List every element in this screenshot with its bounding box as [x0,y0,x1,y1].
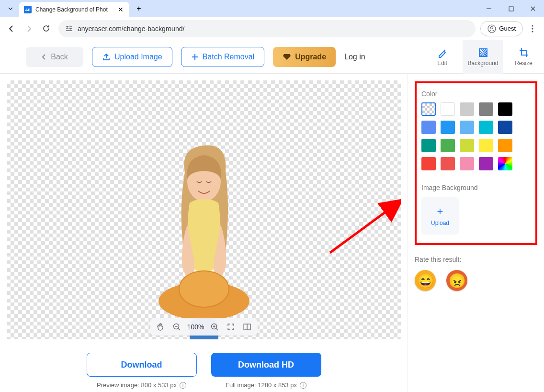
window-controls [478,0,544,17]
svg-point-2 [67,26,68,27]
sidebar: Color [408,74,544,392]
app-toolbar: Back Upload Image Batch Removal Upgrade … [0,40,544,74]
back-nav-button[interactable] [4,21,19,36]
upload-bg-label: Upload [431,220,449,226]
profile-chip[interactable]: Guest [480,21,523,36]
rate-angry-button[interactable]: 😠 [446,270,467,291]
browser-toolbar: anyeraser.com/change-background/ Guest [0,17,544,40]
svg-point-7 [532,28,533,29]
rate-happy-button[interactable]: 😄 [415,270,436,291]
address-bar[interactable]: anyeraser.com/change-background/ [58,20,476,37]
minimize-button[interactable] [478,0,500,17]
new-tab-button[interactable]: + [132,2,146,15]
swatch-blue2[interactable] [441,121,455,134]
svg-point-6 [532,25,533,26]
svg-point-3 [70,28,71,29]
svg-point-8 [532,31,533,32]
swatch-blue[interactable] [421,121,436,134]
batch-label: Batch Removal [203,53,255,61]
color-swatches [421,102,531,170]
forward-nav-button[interactable] [21,21,36,36]
tab-close-button[interactable]: ✕ [117,6,125,13]
upload-image-button[interactable]: Upload Image [92,47,172,67]
upload-label: Upload Image [114,53,162,61]
svg-line-16 [178,328,180,330]
mode-tab-edit[interactable]: Edit [422,40,463,74]
mode-tab-resize[interactable]: Resize [503,40,544,74]
resize-label: Resize [515,60,533,67]
svg-line-14 [330,200,401,253]
mode-tabs: Edit Background Resize [422,40,544,74]
back-button[interactable]: Back [26,47,83,67]
color-title: Color [421,90,531,98]
svg-point-5 [491,26,493,29]
svg-line-19 [216,328,218,330]
swatch-transparent[interactable] [421,102,436,116]
edit-label: Edit [437,60,447,67]
swatch-white[interactable] [441,102,455,116]
site-settings-icon[interactable] [65,25,73,33]
tab-favicon: AE [24,6,32,13]
swatch-orange[interactable] [498,139,512,152]
main-area: 100% Download Preview image: 800 x 533 p… [0,74,544,392]
swatch-light-gray[interactable] [460,102,474,116]
close-window-button[interactable] [522,0,544,17]
diamond-icon [283,53,291,61]
maximize-button[interactable] [500,0,522,17]
back-label: Back [51,53,68,61]
rate-title: Rate this result: [415,256,537,263]
info-icon[interactable]: i [300,382,306,389]
upload-bg-tile[interactable]: + Upload [421,197,459,235]
zoom-out-button[interactable] [171,321,182,333]
subject-image [142,138,266,339]
svg-rect-1 [509,7,513,11]
zoom-level: 100% [187,323,204,331]
swatch-lightblue[interactable] [460,121,474,134]
upgrade-label: Upgrade [295,53,326,61]
swatch-lime[interactable] [460,139,474,152]
url-text: anyeraser.com/change-background/ [78,25,184,33]
download-hd-button[interactable]: Download HD [211,353,321,377]
swatch-pink[interactable] [460,157,474,170]
browser-titlebar: AE Change Background of Phot ✕ + [0,0,544,17]
swatch-cyan[interactable] [479,121,493,134]
plus-icon [191,53,199,61]
swatch-custom-color[interactable] [498,157,512,170]
full-meta: Full image: 1280 x 853 pxi [226,381,306,389]
batch-removal-button[interactable]: Batch Removal [181,47,265,67]
upload-icon [102,53,111,61]
swatch-gray[interactable] [479,102,493,116]
zoom-toolbar: 100% [150,318,258,336]
swatch-green[interactable] [441,139,455,152]
swatch-yellow[interactable] [479,139,493,152]
login-link[interactable]: Log in [344,53,365,61]
compare-button[interactable] [241,321,253,333]
swatch-navy[interactable] [498,121,512,134]
rating-row: 😄 😠 [415,270,537,291]
upgrade-button[interactable]: Upgrade [273,47,336,67]
pan-tool-button[interactable] [155,321,166,333]
browser-menu-button[interactable] [525,21,540,36]
swatch-teal[interactable] [421,139,436,152]
reload-button[interactable] [38,21,54,36]
swatch-purple[interactable] [479,157,493,170]
canvas-area: 100% Download Preview image: 800 x 533 p… [0,74,408,392]
canvas[interactable]: 100% [7,80,401,339]
swatch-black[interactable] [498,102,512,116]
tab-search-dropdown[interactable] [4,2,17,15]
fit-screen-button[interactable] [225,321,237,333]
info-icon[interactable]: i [180,382,186,389]
background-panel: Color [415,81,537,245]
crop-icon [519,47,529,58]
chevron-left-icon [41,54,47,60]
browser-tab[interactable]: AE Change Background of Phot ✕ [19,2,129,17]
plus-icon: + [437,205,443,218]
preview-meta: Preview image: 800 x 533 pxi [97,381,186,389]
download-button[interactable]: Download [87,353,197,377]
zoom-in-button[interactable] [209,321,220,333]
tab-title: Change Background of Phot [35,6,113,13]
mode-tab-background[interactable]: Background [463,40,503,74]
swatch-coral[interactable] [441,157,455,170]
background-icon [478,47,488,58]
swatch-red[interactable] [421,157,436,170]
